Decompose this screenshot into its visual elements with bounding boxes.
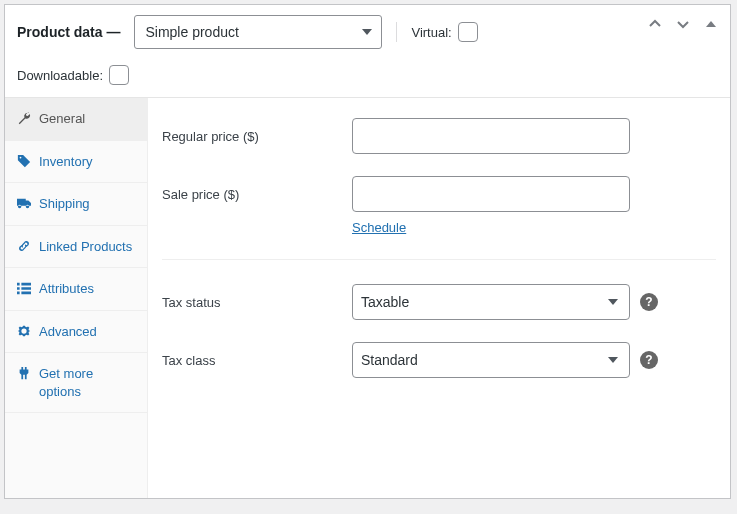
tab-advanced[interactable]: Advanced (5, 311, 147, 354)
help-icon[interactable]: ? (640, 293, 658, 311)
product-tabs-sidebar: General Inventory Shipping (5, 98, 148, 498)
tab-label: Shipping (39, 195, 90, 213)
downloadable-label: Downloadable: (17, 68, 103, 83)
virtual-label: Virtual: (411, 25, 451, 40)
product-data-panel: Product data — Simple product Virtual: D… (4, 4, 731, 499)
link-icon (17, 239, 31, 253)
tab-content-general: Regular price ($) Sale price ($) Schedul… (148, 98, 730, 498)
chevron-down-icon (675, 16, 691, 32)
tax-class-select[interactable]: Standard (352, 342, 630, 378)
tab-label: Advanced (39, 323, 97, 341)
virtual-checkbox[interactable] (458, 22, 478, 42)
plugin-icon (17, 366, 31, 380)
panel-header: Product data — Simple product Virtual: D… (5, 5, 730, 98)
tab-label: Attributes (39, 280, 94, 298)
schedule-link[interactable]: Schedule (352, 220, 406, 235)
truck-icon (17, 196, 31, 210)
wrench-icon (17, 111, 31, 125)
tab-label: Inventory (39, 153, 92, 171)
regular-price-input[interactable] (352, 118, 630, 154)
downloadable-checkbox[interactable] (109, 65, 129, 85)
toggle-panel-button[interactable] (702, 15, 720, 33)
regular-price-label: Regular price ($) (162, 129, 352, 144)
section-separator (162, 259, 716, 260)
chevron-up-icon (647, 16, 663, 32)
tax-class-row: Tax class Standard ? (162, 342, 716, 378)
sale-price-label: Sale price ($) (162, 187, 352, 202)
list-icon (17, 281, 31, 295)
sale-price-row: Sale price ($) (162, 176, 716, 212)
tab-general[interactable]: General (5, 98, 147, 141)
tab-shipping[interactable]: Shipping (5, 183, 147, 226)
regular-price-row: Regular price ($) (162, 118, 716, 154)
sale-price-input[interactable] (352, 176, 630, 212)
move-up-button[interactable] (646, 15, 664, 33)
panel-controls (646, 15, 720, 33)
tab-attributes[interactable]: Attributes (5, 268, 147, 311)
tax-status-select[interactable]: Taxable (352, 284, 630, 320)
tab-label: Get more options (39, 365, 135, 400)
schedule-row: Schedule (162, 220, 716, 235)
separator (396, 22, 397, 42)
tax-status-label: Tax status (162, 295, 352, 310)
downloadable-checkbox-wrap[interactable]: Downloadable: (17, 65, 129, 85)
tab-inventory[interactable]: Inventory (5, 141, 147, 184)
move-down-button[interactable] (674, 15, 692, 33)
tab-label: Linked Products (39, 238, 132, 256)
product-type-select-wrap: Simple product (134, 15, 382, 49)
panel-title: Product data — (17, 24, 120, 40)
gear-icon (17, 324, 31, 338)
tax-class-label: Tax class (162, 353, 352, 368)
help-icon[interactable]: ? (640, 351, 658, 369)
tab-label: General (39, 110, 85, 128)
virtual-checkbox-wrap[interactable]: Virtual: (411, 22, 477, 42)
tab-get-more-options[interactable]: Get more options (5, 353, 147, 413)
tab-linked-products[interactable]: Linked Products (5, 226, 147, 269)
tax-status-row: Tax status Taxable ? (162, 284, 716, 320)
caret-up-icon (705, 18, 717, 30)
tag-icon (17, 154, 31, 168)
product-type-select[interactable]: Simple product (134, 15, 382, 49)
panel-body: General Inventory Shipping (5, 98, 730, 498)
